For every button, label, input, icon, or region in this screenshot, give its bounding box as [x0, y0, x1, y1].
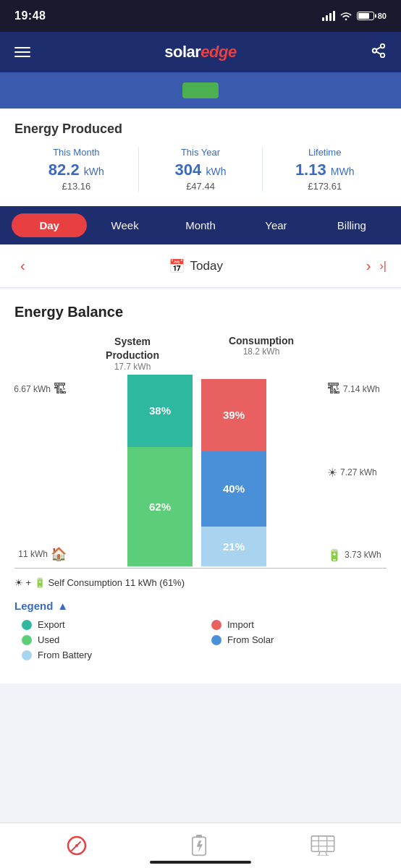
- date-label: Today: [190, 259, 223, 273]
- stat-year-label: This Year: [146, 147, 256, 158]
- consumption-value: 18.2 kWh: [201, 346, 321, 357]
- legend-chevron-icon: ▲: [57, 600, 68, 612]
- right-label-battery: 🔋 3.73 kWh: [327, 548, 381, 562]
- right-label-solar: ☀ 7.27 kWh: [327, 466, 377, 480]
- from-solar-segment: 40%: [201, 451, 266, 527]
- used-dot: [22, 635, 32, 645]
- production-label: SystemProduction: [72, 335, 193, 361]
- date-navigator: ‹ 📅 Today › ›|: [0, 244, 401, 288]
- calendar-icon: 📅: [169, 258, 185, 274]
- energy-stats: This Month 82.2 kWh £13.16 This Year 304…: [14, 147, 387, 192]
- solar-panel-icon: [311, 835, 335, 856]
- export-dot: [22, 620, 32, 630]
- chart-right-labels: 🏗 7.14 kWh ☀ 7.27 kWh 🔋 3.73 kWh: [321, 375, 387, 568]
- dashboard-icon: [66, 835, 88, 856]
- nav-dashboard[interactable]: [54, 832, 99, 859]
- tab-year[interactable]: Year: [238, 213, 313, 237]
- used-label: Used: [38, 634, 59, 645]
- svg-line-14: [319, 852, 321, 856]
- used-segment: 62%: [127, 447, 193, 566]
- stat-lifetime-label: Lifetime: [270, 147, 379, 158]
- stat-year-currency: £47.44: [146, 181, 256, 192]
- stat-this-year: This Year 304 kWh £47.44: [139, 147, 263, 192]
- energy-balance-section: Energy Balance SystemProduction 17.7 kWh…: [0, 289, 401, 684]
- battery-icon: 80: [357, 12, 387, 20]
- indicator-bar: [0, 72, 401, 109]
- status-bar: 19:48 80: [0, 0, 401, 32]
- svg-line-3: [376, 51, 381, 54]
- tab-week[interactable]: Week: [87, 213, 162, 237]
- import-label: Import: [227, 619, 254, 630]
- status-time: 19:48: [14, 9, 46, 22]
- legend-toggle[interactable]: Legend ▲: [14, 600, 387, 612]
- self-consumption: ☀ + 🔋 Self Consumption 11 kWh (61%): [14, 569, 387, 594]
- import-dot: [211, 620, 221, 630]
- from-battery-label: From Battery: [38, 650, 92, 660]
- wifi-icon: [339, 11, 353, 21]
- stat-lifetime-value: 1.13 MWh: [270, 161, 379, 179]
- end-date-button[interactable]: ›|: [380, 260, 387, 273]
- production-bar: 38% 62%: [127, 375, 193, 566]
- from-solar-dot: [211, 635, 221, 645]
- from-battery-segment: 21%: [201, 527, 266, 566]
- next-date-button[interactable]: ›: [360, 255, 377, 277]
- brand-logo: solaredge: [164, 43, 236, 61]
- status-indicator: [182, 82, 219, 98]
- signal-icon: [322, 11, 335, 21]
- left-label-home: 11 kWh 🏠: [18, 546, 67, 562]
- stat-month-currency: £13.16: [22, 181, 131, 192]
- legend-export: Export: [22, 619, 197, 630]
- tab-month[interactable]: Month: [163, 213, 238, 237]
- svg-line-4: [376, 46, 381, 49]
- production-value: 17.7 kWh: [72, 362, 193, 372]
- export-label: Export: [38, 619, 65, 630]
- stat-this-month: This Month 82.2 kWh £13.16: [14, 147, 139, 192]
- chart-left-labels: 6.67 kWh 🏗 11 kWh 🏠: [14, 375, 72, 568]
- home-indicator: [150, 861, 251, 864]
- from-solar-label: From Solar: [227, 634, 274, 645]
- energy-balance-title: Energy Balance: [14, 304, 387, 320]
- prev-date-button[interactable]: ‹: [14, 255, 31, 277]
- svg-line-15: [326, 852, 327, 856]
- status-icons: 80: [322, 11, 387, 21]
- from-battery-dot: [22, 650, 32, 660]
- consumption-label: Consumption: [201, 335, 321, 346]
- period-tabs: Day Week Month Year Billing: [0, 206, 401, 244]
- legend-from-battery: From Battery: [22, 650, 197, 660]
- legend-import: Import: [211, 619, 387, 630]
- menu-button[interactable]: [14, 44, 30, 60]
- energy-produced-title: Energy Produced: [14, 122, 387, 137]
- stat-year-value: 304 kWh: [146, 161, 256, 179]
- nav-battery[interactable]: [178, 832, 220, 859]
- export-segment: 38%: [127, 375, 193, 447]
- date-display: 📅 Today: [169, 258, 223, 274]
- share-button[interactable]: [371, 43, 387, 62]
- battery-nav-icon: [190, 835, 208, 856]
- energy-produced-section: Energy Produced This Month 82.2 kWh £13.…: [0, 109, 401, 206]
- legend-from-solar: From Solar: [211, 634, 387, 645]
- stat-lifetime: Lifetime 1.13 MWh £173.61: [263, 147, 387, 192]
- legend-items: Export Import Used From Solar From Batte…: [14, 619, 387, 660]
- left-label-grid: 6.67 kWh 🏗: [14, 382, 67, 397]
- stat-month-value: 82.2 kWh: [22, 161, 131, 179]
- svg-rect-9: [312, 836, 334, 851]
- legend-used: Used: [22, 634, 197, 645]
- tab-billing[interactable]: Billing: [314, 213, 389, 237]
- tab-day[interactable]: Day: [12, 213, 87, 237]
- svg-point-6: [75, 844, 78, 847]
- legend-title: Legend: [14, 600, 53, 612]
- stat-month-label: This Month: [22, 147, 131, 158]
- self-consumption-text: ☀ + 🔋 Self Consumption 11 kWh (61%): [14, 577, 185, 588]
- stat-lifetime-currency: £173.61: [270, 181, 379, 192]
- nav-solar[interactable]: [299, 833, 347, 859]
- right-label-grid: 🏗 7.14 kWh: [327, 382, 380, 397]
- consumption-bar: 39% 40% 21%: [201, 379, 266, 566]
- legend-section: Legend ▲ Export Import Used From Solar: [14, 594, 387, 672]
- import-segment: 39%: [201, 379, 266, 451]
- app-header: solaredge: [0, 32, 401, 72]
